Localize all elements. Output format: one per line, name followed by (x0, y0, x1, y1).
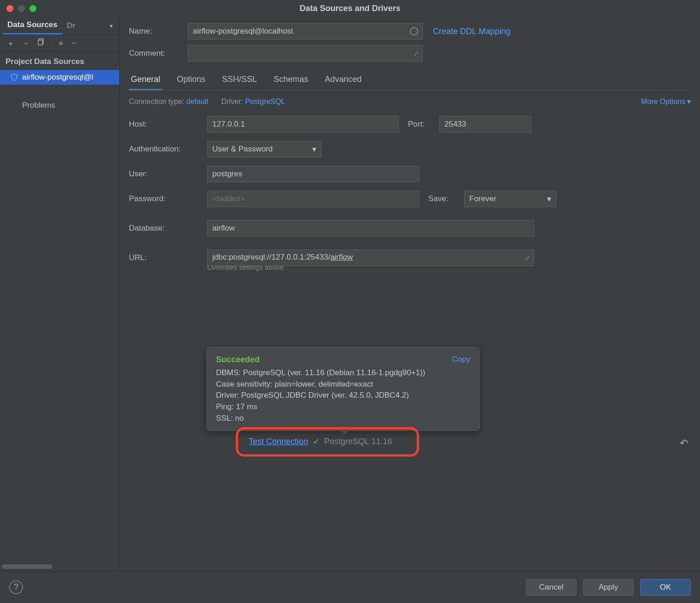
save-value: Forever (469, 194, 496, 203)
postgresql-icon (10, 73, 18, 81)
popup-line: Driver: PostgreSQL JDBC Driver (ver. 42.… (216, 390, 470, 401)
remove-icon[interactable]: － (20, 37, 32, 50)
tab-general[interactable]: General (129, 70, 162, 90)
close-window-icon[interactable] (6, 5, 13, 12)
save-label: Save: (428, 194, 464, 203)
sidebar-section-header: Project Data Sources (0, 52, 119, 70)
traffic-lights (0, 5, 36, 12)
dialog-footer: ? Cancel Apply OK (0, 571, 700, 603)
driver-value[interactable]: PostgreSQL (245, 98, 285, 106)
horizontal-scrollbar[interactable] (2, 564, 52, 569)
undo-icon[interactable]: ↶ (680, 437, 688, 449)
check-icon: ✓ (313, 436, 320, 446)
comment-label: Comment: (129, 49, 188, 58)
sidebar-item-label: airflow-postgresql@l (22, 73, 93, 82)
user-label: User: (129, 169, 207, 179)
authentication-select[interactable]: User & Password ▾ (207, 141, 321, 157)
password-label: Password: (129, 194, 207, 203)
tab-advanced[interactable]: Advanced (323, 70, 363, 90)
forward-icon: → (84, 37, 96, 49)
popup-line: DBMS: PostgreSQL (ver. 11.16 (Debian 11.… (216, 367, 470, 379)
test-connection-link[interactable]: Test Connection (249, 437, 308, 446)
expand-icon[interactable]: ⤢ (414, 50, 419, 57)
db-version-text: PostgreSQL 11.16 (324, 437, 392, 446)
chevron-down-icon: ▾ (687, 97, 691, 106)
url-label: URL: (129, 253, 207, 262)
content-panel: Name: Create DDL Mapping Comment: ⤢ Gene… (120, 17, 700, 571)
user-input[interactable] (207, 166, 419, 182)
sidebar-item-datasource[interactable]: airflow-postgresql@l (0, 70, 119, 85)
tab-schemas[interactable]: Schemas (272, 70, 310, 90)
authentication-value: User & Password (212, 145, 273, 154)
popup-line: Case sensitivity: plain=lower, delimited… (216, 379, 470, 390)
create-ddl-mapping-link[interactable]: Create DDL Mapping (433, 27, 510, 36)
tab-drivers-truncated[interactable]: Dr (62, 17, 80, 34)
popup-line: Ping: 17 ms (216, 401, 470, 413)
popup-tail (340, 430, 350, 435)
window-title: Data Sources and Drivers (299, 4, 400, 13)
tab-ssh-ssl[interactable]: SSH/SSL (220, 70, 259, 90)
back-icon[interactable]: ← (69, 37, 81, 49)
connection-result-popup: Succeeded Copy DBMS: PostgreSQL (ver. 11… (206, 347, 480, 431)
popup-line: SSL: no (216, 413, 470, 424)
name-input[interactable] (188, 23, 423, 40)
copy-link[interactable]: Copy (452, 355, 470, 365)
chevron-down-icon[interactable]: ▾ (106, 22, 117, 29)
connection-type-value[interactable]: default (187, 98, 209, 106)
port-input[interactable] (439, 116, 531, 133)
help-icon[interactable]: ? (9, 580, 23, 594)
add-icon[interactable]: ＋ (5, 37, 17, 50)
name-label: Name: (129, 27, 188, 36)
host-label: Host: (129, 120, 207, 129)
apply-button[interactable]: Apply (583, 579, 634, 596)
comment-input[interactable] (188, 45, 423, 62)
password-input[interactable] (207, 191, 419, 207)
host-input[interactable] (207, 116, 399, 133)
sidebar-toolbar: ＋ － » ← → (0, 35, 119, 52)
driver-label: Driver: (222, 98, 243, 106)
expand-icon[interactable]: ⤢ (525, 254, 530, 261)
titlebar: Data Sources and Drivers (0, 0, 700, 17)
duplicate-icon[interactable] (36, 37, 47, 49)
detail-tabs: General Options SSH/SSL Schemas Advanced (129, 70, 691, 91)
sidebar-item-problems[interactable]: Problems (0, 98, 119, 113)
divider (6, 91, 114, 92)
sidebar: Data Sources Dr ▾ ＋ － » ← → Project Data… (0, 17, 120, 571)
database-input[interactable] (207, 220, 534, 237)
cancel-button[interactable]: Cancel (526, 579, 577, 596)
maximize-window-icon[interactable] (29, 5, 36, 12)
connection-type-label: Connection type: (129, 98, 184, 106)
chevron-down-icon: ▾ (312, 145, 316, 154)
popup-status: Succeeded (216, 355, 260, 365)
minimize-window-icon (18, 5, 25, 12)
ok-button[interactable]: OK (640, 579, 691, 596)
url-input[interactable]: jdbc:postgresql://127.0.0.1:25433/airflo… (207, 249, 534, 266)
tab-data-sources[interactable]: Data Sources (3, 17, 62, 35)
color-circle-icon[interactable] (410, 27, 418, 35)
save-select[interactable]: Forever ▾ (464, 191, 556, 207)
chevron-down-icon: ▾ (547, 194, 551, 204)
url-suffix: airflow (330, 253, 353, 261)
authentication-label: Authentication: (129, 145, 207, 154)
url-prefix: jdbc:postgresql://127.0.0.1:25433/ (212, 253, 330, 261)
database-label: Database: (129, 224, 207, 233)
tab-options[interactable]: Options (175, 70, 207, 90)
port-label: Port: (408, 120, 439, 129)
svg-rect-1 (38, 40, 42, 45)
more-options-link[interactable]: More Options ▾ (641, 97, 691, 106)
more-icon[interactable]: » (57, 37, 65, 49)
separator (52, 39, 52, 48)
